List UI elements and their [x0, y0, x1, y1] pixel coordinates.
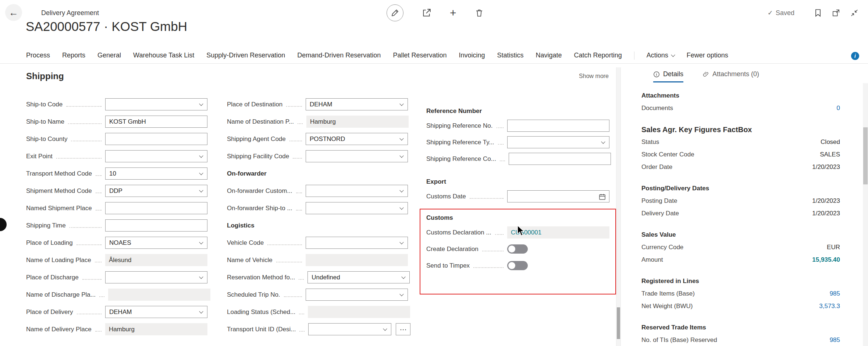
- factbox-value-trade-items-base[interactable]: 985: [830, 290, 840, 297]
- factbox-value-net-weight-bwu[interactable]: 3,573.3: [819, 303, 840, 310]
- field-dropdown-vehicle-code[interactable]: [306, 237, 408, 249]
- back-button[interactable]: ←: [5, 4, 22, 21]
- field-input-ship-to-name[interactable]: [105, 116, 207, 128]
- lookup-link-cus00001[interactable]: CUS00001: [511, 229, 541, 236]
- factbox-row-net-weight-bwu: Net Weight (BWU)3,573.3: [641, 300, 840, 313]
- field-dropdown-place-of-discharge[interactable]: [105, 271, 207, 283]
- field-label: Scheduled Trip No.: [227, 291, 280, 299]
- factbox-value-no-of-tis-base-reserved[interactable]: 985: [830, 336, 840, 344]
- open-in-window-button[interactable]: [832, 9, 840, 17]
- info-icon[interactable]: i: [851, 52, 859, 60]
- menu-item-warehouse-task-list[interactable]: Warehouse Task List: [133, 52, 194, 59]
- factbox-value-amount[interactable]: 15,935.40: [812, 256, 840, 264]
- field-label: Transport Unit ID (Desi...: [227, 326, 296, 333]
- collapse-button[interactable]: [850, 9, 858, 17]
- menu-item-reports[interactable]: Reports: [62, 52, 85, 59]
- menu-item-catch-reporting[interactable]: Catch Reporting: [574, 52, 622, 59]
- menu-item-invoicing[interactable]: Invoicing: [459, 52, 485, 59]
- menu-item-demand-driven-reservation[interactable]: Demand-Driven Reservation: [297, 52, 381, 59]
- field-place-of-destination: Place of DestinationDEHAM: [227, 96, 408, 113]
- factbox-scrollbar-thumb[interactable]: [863, 127, 868, 184]
- assist-edit-button[interactable]: …: [396, 323, 410, 335]
- new-button[interactable]: +: [450, 7, 456, 18]
- dotted-leader: [299, 279, 304, 280]
- window-controls: ✓ Saved: [768, 0, 858, 26]
- field-dropdown-transport-unit-id-desi[interactable]: [308, 323, 391, 335]
- menu-item-fewer-options[interactable]: Fewer options: [687, 52, 728, 59]
- menu-item-actions[interactable]: Actions: [647, 52, 675, 59]
- tab-attachments[interactable]: Attachments (0): [702, 70, 759, 82]
- open-window-icon: [832, 9, 840, 17]
- menu-item-navigate[interactable]: Navigate: [536, 52, 562, 59]
- share-button[interactable]: [422, 8, 431, 18]
- field-dropdown-ship-to-code[interactable]: [105, 98, 207, 110]
- share-icon: [422, 8, 431, 18]
- field-dropdown-exit-point[interactable]: [105, 150, 207, 162]
- field-lookup-customs-declaration: CUS00001: [507, 226, 609, 239]
- dotted-leader: [299, 331, 305, 332]
- field-dropdown-shipping-agent-code[interactable]: POSTNORD: [306, 133, 408, 145]
- field-dropdown-on-forwarder-ship-to[interactable]: [306, 202, 408, 214]
- menu-item-general[interactable]: General: [97, 52, 121, 59]
- delete-button[interactable]: [475, 8, 484, 17]
- field-date-customs-date[interactable]: [507, 190, 609, 202]
- factbox-value-status: Closed: [821, 138, 840, 146]
- dropdown-value: DEHAM: [109, 308, 132, 316]
- field-dropdown-shipment-method-code[interactable]: DDP: [105, 185, 207, 197]
- toggle-send-to-timpex[interactable]: [507, 261, 528, 270]
- chevron-down-icon: [399, 102, 403, 106]
- dotted-leader: [66, 106, 102, 107]
- dotted-leader: [96, 193, 102, 193]
- edit-button[interactable]: [387, 4, 403, 21]
- field-dropdown-place-of-delivery[interactable]: DEHAM: [105, 306, 207, 318]
- field-dropdown-on-forwarder-custom[interactable]: [306, 185, 408, 197]
- menu-item-pallet-reservation[interactable]: Pallet Reservation: [393, 52, 447, 59]
- field-dropdown-place-of-destination[interactable]: DEHAM: [306, 98, 408, 110]
- trash-icon: [475, 8, 484, 17]
- tab-details[interactable]: Details: [653, 70, 683, 82]
- chevron-down-icon: [399, 136, 403, 140]
- field-dropdown-reservation-method-fo[interactable]: Undefined: [307, 271, 410, 283]
- field-exit-point: Exit Point: [26, 148, 207, 165]
- field-dropdown-transport-method-code[interactable]: 10: [105, 167, 207, 180]
- menu-item-supply-driven-reservation[interactable]: Supply-Driven Reservation: [206, 52, 285, 59]
- field-loading-status-sched: Loading Status (Sched...: [227, 303, 408, 321]
- shipping-column-3: Reference NumberShipping Reference No.Sh…: [420, 105, 616, 294]
- field-label: Ship-to Name: [26, 118, 64, 126]
- field-input-ship-to-county[interactable]: [105, 133, 207, 145]
- toggle-create-declaration[interactable]: [507, 244, 528, 254]
- field-input-shipping-time[interactable]: [105, 219, 207, 232]
- field-name-of-delivery-place: Name of Delivery PlaceHamburg: [26, 321, 207, 338]
- control-name-of-loading-place: Ålesund: [105, 254, 207, 266]
- field-place-of-loading: Place of LoadingNOAES: [26, 234, 207, 251]
- field-dropdown-shipping-reference-ty[interactable]: [507, 136, 609, 148]
- main-scrollbar[interactable]: [616, 67, 621, 346]
- factbox-scrollbar[interactable]: [863, 83, 868, 346]
- dotted-leader: [482, 251, 504, 251]
- dotted-leader: [296, 210, 302, 211]
- field-name-of-discharge-pla: Name of Discharge Pla...: [26, 286, 207, 303]
- field-input-shipping-reference-no[interactable]: [507, 120, 609, 132]
- factbox-section-sales-agr-key-figures-factbox: Sales Agr. Key Figures FactBoxStatusClos…: [641, 123, 840, 173]
- menu-item-statistics[interactable]: Statistics: [497, 52, 524, 59]
- field-input-named-shipment-place[interactable]: [105, 202, 207, 214]
- control-name-of-destination-p: Hamburg: [306, 116, 409, 128]
- show-more-link[interactable]: Show more: [579, 73, 609, 80]
- control-transport-method-code: 10: [105, 167, 207, 180]
- control-on-forwarder-custom: [306, 185, 408, 197]
- factbox-value-documents[interactable]: 0: [837, 105, 840, 112]
- bookmark-button[interactable]: [814, 9, 822, 17]
- field-shipping-time: Shipping Time: [26, 217, 207, 234]
- dropdown-value: 10: [109, 170, 116, 177]
- field-label: Name of Vehicle: [227, 257, 273, 264]
- field-dropdown-place-of-loading[interactable]: NOAES: [105, 237, 207, 249]
- field-input-shipping-reference-co[interactable]: [509, 153, 611, 165]
- chevron-down-icon: [402, 275, 406, 279]
- menu-item-process[interactable]: Process: [26, 52, 50, 59]
- factbox-section-reserved-trade-items: Reserved Trade ItemsNo. of TIs (Base) Re…: [641, 321, 840, 346]
- dotted-leader: [495, 234, 504, 235]
- main-scrollbar-thumb[interactable]: [617, 307, 620, 339]
- field-dropdown-shipping-facility-code[interactable]: [306, 150, 408, 162]
- check-icon: ✓: [768, 9, 773, 17]
- field-dropdown-scheduled-trip-no[interactable]: [306, 289, 408, 301]
